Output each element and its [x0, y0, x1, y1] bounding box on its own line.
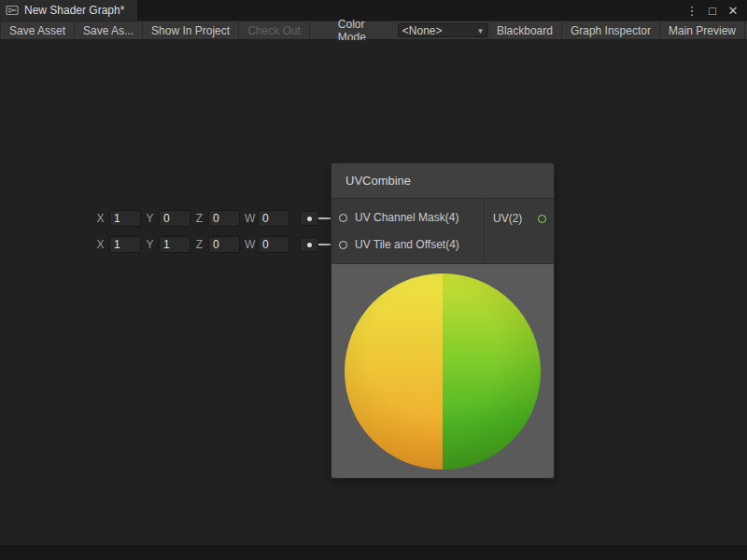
- color-mode-dropdown[interactable]: <None> ▾: [398, 23, 487, 37]
- y-label: Y: [146, 212, 154, 225]
- z-field[interactable]: [208, 210, 240, 227]
- x-field[interactable]: [109, 210, 141, 227]
- node-header[interactable]: UVCombine: [331, 163, 554, 199]
- y-field[interactable]: [159, 236, 190, 253]
- main-preview-toggle-button[interactable]: Main Preview: [659, 21, 745, 39]
- preview-sphere-right-half: [443, 273, 541, 469]
- w-label: W: [245, 238, 253, 251]
- check-out-button: Check Out: [239, 21, 310, 39]
- vector4-input-row-2: X Y Z W: [96, 236, 318, 253]
- port-dot-icon: [307, 217, 312, 221]
- preview-sphere-left-half: [345, 273, 443, 469]
- z-label: Z: [195, 212, 204, 225]
- x-label: X: [96, 212, 105, 225]
- input-port-label: UV Channel Mask(4): [355, 211, 458, 224]
- input-port-icon[interactable]: [339, 241, 347, 249]
- w-label: W: [245, 212, 253, 225]
- input-port-label: UV Tile and Offset(4): [355, 238, 459, 251]
- vector4-output-port[interactable]: [300, 211, 318, 226]
- node-title: UVCombine: [345, 174, 411, 188]
- show-in-project-button[interactable]: Show In Project: [143, 21, 239, 39]
- y-field[interactable]: [159, 210, 190, 227]
- preview-sphere: [345, 273, 541, 469]
- node-inputs: UV Channel Mask(4) UV Tile and Offset(4): [331, 199, 484, 263]
- vector4-output-port[interactable]: [300, 237, 318, 252]
- save-as-button[interactable]: Save As...: [75, 21, 143, 39]
- x-field[interactable]: [109, 236, 141, 253]
- x-label: X: [96, 238, 105, 251]
- w-field[interactable]: [258, 210, 289, 227]
- node-port-section: UV Channel Mask(4) UV Tile and Offset(4)…: [331, 199, 554, 263]
- blackboard-toggle-button[interactable]: Blackboard: [487, 21, 561, 39]
- z-label: Z: [195, 238, 204, 251]
- close-icon[interactable]: ✕: [725, 2, 741, 19]
- tab-title: New Shader Graph*: [24, 4, 124, 17]
- z-field[interactable]: [208, 236, 240, 253]
- graph-canvas[interactable]: X Y Z W X Y Z W UVCombine UV Channel Mas…: [0, 40, 747, 545]
- maximize-icon[interactable]: □: [704, 2, 721, 19]
- color-mode-value: <None>: [402, 24, 443, 37]
- shader-graph-toolbar: Save Asset Save As... Show In Project Ch…: [0, 21, 747, 40]
- document-tab[interactable]: New Shader Graph*: [0, 0, 137, 21]
- input-port-icon[interactable]: [339, 214, 347, 222]
- graph-inspector-toggle-button[interactable]: Graph Inspector: [561, 21, 659, 39]
- w-field[interactable]: [258, 236, 289, 253]
- uvcombine-node[interactable]: UVCombine UV Channel Mask(4) UV Tile and…: [331, 163, 554, 478]
- output-port-row: UV(2): [493, 208, 546, 229]
- window-bottom-edge: [0, 545, 747, 560]
- node-preview: [331, 263, 554, 478]
- shader-graph-icon: [6, 4, 19, 17]
- y-label: Y: [146, 238, 154, 251]
- color-mode-group: Color Mode <None> ▾: [338, 21, 487, 39]
- save-asset-button[interactable]: Save Asset: [0, 21, 75, 39]
- output-port-label: UV(2): [493, 212, 522, 225]
- vector4-input-row-1: X Y Z W: [96, 210, 318, 227]
- window-controls: ⋮ □ ✕: [684, 2, 747, 19]
- input-port-row: UV Channel Mask(4): [339, 207, 484, 228]
- chevron-down-icon: ▾: [478, 26, 483, 35]
- input-port-row: UV Tile and Offset(4): [339, 234, 484, 255]
- node-outputs: UV(2): [484, 199, 554, 263]
- port-dot-icon: [307, 243, 312, 247]
- toolbar-right-group: Blackboard Graph Inspector Main Preview: [487, 21, 747, 39]
- kebab-menu-icon[interactable]: ⋮: [684, 2, 700, 19]
- output-port-icon[interactable]: [538, 215, 546, 223]
